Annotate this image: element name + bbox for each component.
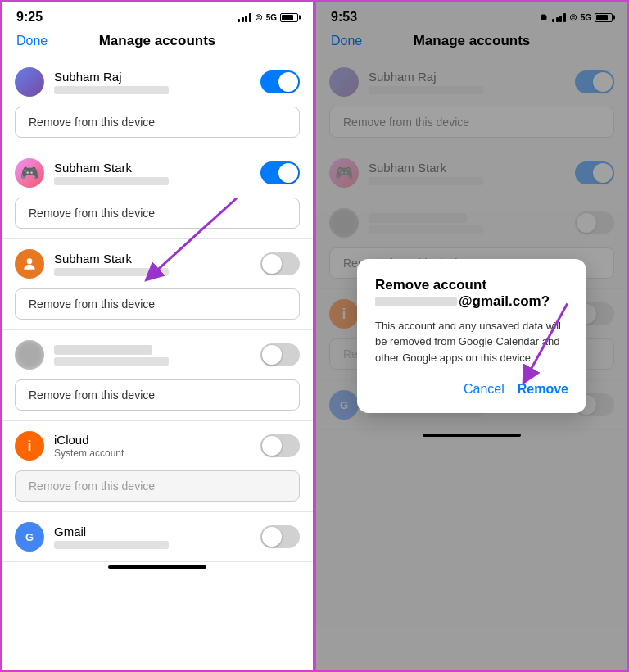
account-name-icloud: iCloud [54,433,251,447]
account-email-blur-2 [54,177,169,185]
account-item-subham-stark-1: 🎮 Subham Stark Remove from this device [2,148,313,239]
nav-header-left: Done Manage accounts [2,30,313,57]
avatar-subham-stark-1: 🎮 [15,158,44,188]
account-email-blur-3 [54,268,169,276]
account-item-icloud: i iCloud System account Remove from this… [2,421,313,512]
account-item-subham-raj: Subham Raj Remove from this device [2,57,313,148]
avatar-gmail: G [15,522,44,552]
modal-email-blur [375,297,457,306]
toggle-gmail[interactable] [260,525,300,548]
account-info-gmail: Gmail [54,524,251,549]
avatar-subham-stark-2 [15,249,44,279]
battery-icon [280,13,298,22]
status-time-left: 9:25 [16,10,43,25]
remove-account-modal: Remove account @gmail.com? This account … [357,259,586,414]
account-item-gmail: G Gmail [2,512,313,562]
account-item-subham-stark-2: Subham Stark Remove from this device [2,239,313,330]
account-name-stark-1: Subham Stark [54,161,251,175]
status-bar-left: 9:25 ⊜ 5G [2,2,313,30]
account-info-blurred [54,345,251,366]
svg-point-0 [27,258,33,264]
modal-cancel-button[interactable]: Cancel [464,379,505,400]
signal-icon [238,12,251,22]
toggle-subham-raj[interactable] [260,70,300,93]
modal-title: Remove account @gmail.com? [375,277,568,310]
account-email-blur-1 [54,86,169,94]
5g-icon: 5G [266,13,277,22]
modal-email-suffix: @gmail.com? [459,293,550,309]
modal-overlay: Remove account @gmail.com? This account … [316,2,627,670]
account-subtext-icloud: System account [54,447,251,459]
remove-button-stark-1[interactable]: Remove from this device [15,198,300,229]
account-name-subham-raj: Subham Raj [54,70,251,84]
toggle-icloud[interactable] [260,434,300,457]
account-list-left: Subham Raj Remove from this device 🎮 Sub… [2,57,313,562]
left-phone-panel: 9:25 ⊜ 5G Done Manage accounts [0,0,314,672]
status-icons-left: ⊜ 5G [238,11,298,23]
right-phone-panel: 9:53 ⏺ ⊜ 5G Done Manage accounts [314,0,629,672]
toggle-blurred[interactable] [260,343,300,366]
avatar-subham-raj [15,67,44,97]
remove-button-stark-2[interactable]: Remove from this device [15,288,300,320]
remove-button-subham-raj[interactable]: Remove from this device [15,107,300,138]
account-item-blurred: Remove from this device [2,330,313,421]
avatar-icloud: i [15,431,44,461]
blurred-name [54,345,152,355]
remove-button-icloud[interactable]: Remove from this device [15,470,300,502]
account-email-blur-4 [54,357,169,366]
modal-actions: Cancel Remove [375,379,568,400]
home-indicator-left [108,565,206,569]
account-info-stark-2: Subham Stark [54,252,251,276]
account-info-icloud: iCloud System account [54,433,251,459]
remove-button-blurred[interactable]: Remove from this device [15,379,300,411]
modal-body: This account and any unsaved data will b… [375,318,568,366]
toggle-stark-1[interactable] [260,161,300,184]
account-name-gmail: Gmail [54,524,251,538]
account-email-blur-6 [54,541,169,549]
avatar-blurred [15,340,44,370]
done-button-left[interactable]: Done [16,34,48,48]
modal-remove-button[interactable]: Remove [518,379,568,400]
account-info-subham-raj: Subham Raj [54,70,251,94]
account-name-stark-2: Subham Stark [54,252,251,266]
toggle-stark-2[interactable] [260,252,300,275]
account-info-stark-1: Subham Stark [54,161,251,185]
page-title-left: Manage accounts [99,33,216,49]
wifi-icon: ⊜ [255,11,263,23]
